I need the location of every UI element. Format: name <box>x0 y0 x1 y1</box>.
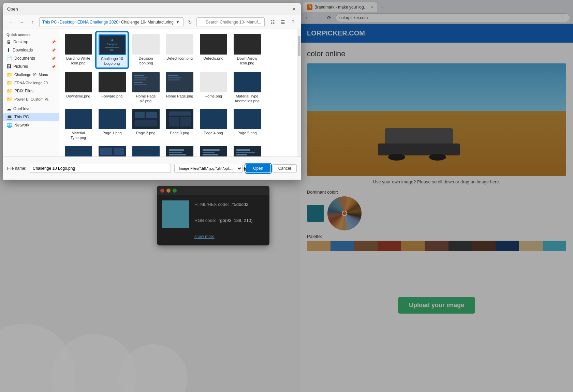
open-button[interactable]: Open <box>246 164 270 172</box>
file-thumb-home <box>200 72 227 92</box>
file-name-defect-icon: Defect Icon.png <box>166 56 193 61</box>
filetype-select[interactable]: Image Files(*.tiff;*.jpg;*.jfif;*.gif;..… <box>174 164 243 173</box>
file-item-defects[interactable]: Defects.png <box>197 32 230 68</box>
search-wrapper: 🔍 <box>196 17 265 27</box>
dialog-titlebar: Open ✕ <box>3 3 301 15</box>
sidebar-pbix-label: PBIX Files <box>14 89 33 93</box>
file-item-homepage-v2[interactable]: Home Page v2.png <box>130 70 162 105</box>
forward-nav-button[interactable]: → <box>17 18 26 27</box>
file-item-material-anomalies[interactable]: Material Type Anomalies.png <box>231 70 263 105</box>
sidebar-item-pictures[interactable]: 🖼 Pictures 📌 <box>3 62 59 71</box>
sidebar-item-documents[interactable]: 📄 Documents 📌 <box>3 54 59 62</box>
svg-rect-13 <box>169 111 191 116</box>
view-toggle-button[interactable]: ☷ <box>268 18 277 27</box>
svg-rect-32 <box>203 152 215 153</box>
file-thumb-material-type <box>65 109 92 129</box>
file-thumb-page10 <box>200 146 227 156</box>
sidebar-item-network[interactable]: 🌐 Network <box>3 121 59 129</box>
file-item-downtime[interactable]: Downtime.png <box>62 70 94 105</box>
file-item-page3[interactable]: Page 3.png <box>163 106 196 142</box>
file-item-page1[interactable]: Page 1.png <box>96 106 128 142</box>
breadcrumb-dropdown[interactable]: ▼ <box>176 20 180 25</box>
help-button[interactable]: ? <box>289 18 297 27</box>
breadcrumb-this-pc[interactable]: This PC <box>42 20 57 25</box>
sidebar-downloads-label: Downloads <box>13 48 33 52</box>
file-thumb-page2 <box>132 109 160 129</box>
sidebar-network-label: Network <box>14 123 29 127</box>
svg-rect-26 <box>169 154 186 155</box>
sidebar-item-desktop[interactable]: 🖥 Desktop 📌 <box>3 38 59 46</box>
file-grid-scrollbar[interactable] <box>297 29 301 156</box>
sidebar-item-challenge10[interactable]: 📁 Challenge 10- Manu... <box>3 71 59 79</box>
sidebar-item-powerbi[interactable]: 📁 Power BI Custom Vi... <box>3 95 59 103</box>
documents-icon: 📄 <box>6 56 12 61</box>
file-item-page10[interactable]: Page 10.png <box>197 144 230 156</box>
file-item-homepage[interactable]: Home Page.png <box>163 70 196 105</box>
svg-rect-37 <box>236 149 250 151</box>
svg-rect-10 <box>146 112 157 118</box>
filename-label: File name: <box>7 166 26 171</box>
sidebar-item-edna[interactable]: 📁 EDNA Challenge 20... <box>3 79 59 87</box>
pictures-pin-icon: 📌 <box>52 65 56 69</box>
file-open-dialog: Open ✕ ← → ↑ This PC › Desktop › EDNA Ch… <box>3 3 301 180</box>
sidebar-onedrive-label: OneDrive <box>13 106 31 111</box>
file-item-forward[interactable]: Forward.png <box>96 70 128 105</box>
svg-rect-31 <box>203 149 220 151</box>
breadcrumb-edna[interactable]: EDNA Challenge 2020 <box>77 20 118 25</box>
sidebar-item-downloads[interactable]: ⬇ Downloads 📌 <box>3 46 59 54</box>
file-thumb-down-arrow <box>234 34 261 55</box>
cancel-button[interactable]: Cancel <box>273 164 297 172</box>
refresh-location-button[interactable]: ↻ <box>186 18 194 27</box>
file-thumb-building <box>65 34 92 55</box>
file-item-decision[interactable]: Decision Icon.png <box>130 32 162 68</box>
file-item-page4[interactable]: Page 4.png <box>197 106 230 142</box>
file-item-page7[interactable]: Page 7.png <box>96 144 128 156</box>
file-thumb-page6 <box>65 146 92 156</box>
file-thumb-defect-icon <box>166 34 193 55</box>
view-details-button[interactable]: ☰ <box>278 18 287 27</box>
svg-rect-0 <box>134 75 144 76</box>
file-item-defect-icon[interactable]: Defect Icon.png <box>163 32 196 68</box>
pictures-icon: 🖼 <box>6 64 11 69</box>
file-item-building[interactable]: Building White Icon.png <box>62 32 94 68</box>
file-name-page5: Page 5.png <box>237 131 256 135</box>
file-item-page5[interactable]: Page 5.png <box>231 106 263 142</box>
file-name-page4: Page 4.png <box>204 131 223 135</box>
file-item-down-arrow[interactable]: Down Arrow Icon.png <box>231 32 263 68</box>
up-nav-button[interactable]: ↑ <box>28 18 37 27</box>
quick-access-header: Quick access <box>3 32 59 38</box>
file-name-building: Building White Icon.png <box>64 56 93 66</box>
sidebar-item-pbix[interactable]: 📁 PBIX Files <box>3 87 59 95</box>
back-nav-button[interactable]: ← <box>6 18 15 27</box>
file-item-page2[interactable]: Page 2.png <box>130 106 162 142</box>
sidebar-powerbi-label: Power BI Custom Vi... <box>14 97 48 101</box>
sidebar-thispc-label: This PC <box>14 115 29 119</box>
svg-rect-9 <box>135 112 145 118</box>
file-thumb-challenge10-logo: ✦ Enterprise——————Ltd. <box>99 34 126 55</box>
dialog-title: Open <box>7 6 18 12</box>
dialog-close-button[interactable]: ✕ <box>291 6 297 13</box>
file-item-material-type[interactable]: Material Type.png <box>62 106 94 142</box>
file-name-home: Home.png <box>205 94 222 99</box>
dialog-body: Quick access 🖥 Desktop 📌 ⬇ Downloads 📌 📄… <box>3 29 301 156</box>
downloads-pin-icon: 📌 <box>52 48 56 52</box>
file-item-page6[interactable]: Page 6.png <box>62 144 94 156</box>
sidebar-item-onedrive[interactable]: ☁ OneDrive <box>3 105 59 113</box>
onedrive-section: ☁ OneDrive 💻 This PC 🌐 Network <box>3 105 59 129</box>
file-thumb-page1 <box>99 109 126 129</box>
file-item-home[interactable]: Home.png <box>197 70 230 105</box>
file-item-page11[interactable]: Page 11.png <box>231 144 263 156</box>
file-name-down-arrow: Down Arrow Icon.png <box>233 56 262 66</box>
file-thumb-page7 <box>99 146 126 156</box>
file-thumb-decision <box>132 34 160 55</box>
breadcrumb-desktop[interactable]: Desktop <box>60 20 75 25</box>
filename-input[interactable] <box>30 164 171 173</box>
file-item-challenge10-logo[interactable]: ✦ Enterprise——————Ltd. Challenge 10 Logo… <box>96 32 128 68</box>
file-item-page8[interactable]: Page 8.png <box>130 144 162 156</box>
file-thumb-downtime <box>65 72 92 92</box>
file-item-page9[interactable]: Page 9.png <box>163 144 196 156</box>
file-thumb-homepage-v2 <box>132 72 160 92</box>
sidebar-item-thispc[interactable]: 💻 This PC <box>3 113 59 121</box>
file-name-challenge10-logo: Challenge 10 Logo.png <box>98 56 126 66</box>
search-input[interactable] <box>196 17 265 27</box>
